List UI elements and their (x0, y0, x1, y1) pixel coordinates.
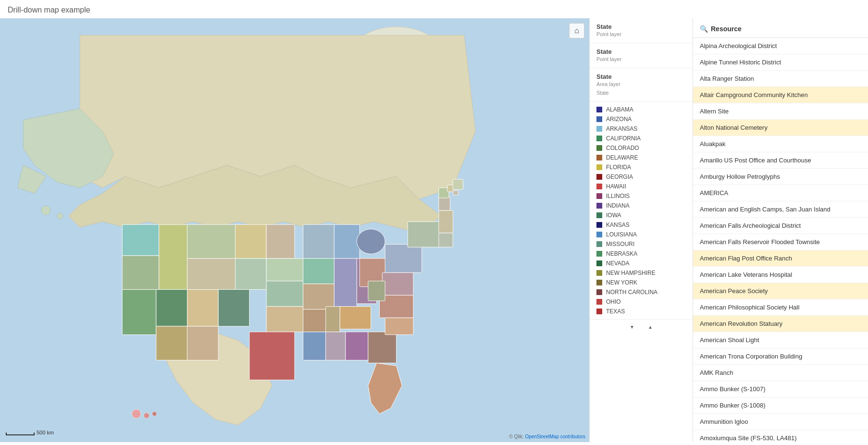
scale-label: 500 km (37, 430, 54, 435)
legend-item[interactable]: NEW HAMPSHIRE (596, 268, 686, 278)
svg-point-2 (41, 206, 50, 215)
legend-item[interactable]: FLORIDA (596, 162, 686, 172)
home-icon: ⌂ (574, 26, 579, 35)
svg-rect-21 (266, 259, 303, 281)
legend-item-label: HAWAII (606, 183, 626, 190)
legend-item[interactable]: NEVADA (596, 259, 686, 268)
resource-list-item[interactable]: American Revolution Statuary (693, 316, 868, 332)
resource-panel: 🔍 Resource Alpina Archeological District… (693, 18, 868, 442)
attribution-link[interactable]: OpenStreetMap contributors (525, 434, 585, 439)
resource-list-item[interactable]: American Trona Corporation Building (693, 348, 868, 365)
legend-item[interactable]: COLORADO (596, 143, 686, 153)
legend-item[interactable]: ARKANSAS (596, 124, 686, 134)
search-icon: 🔍 (700, 25, 708, 33)
svg-rect-34 (340, 307, 371, 329)
legend-item[interactable]: IOWA (596, 210, 686, 220)
legend-color-box (596, 203, 602, 209)
legend-color-box (596, 251, 602, 257)
home-button[interactable]: ⌂ (569, 23, 584, 38)
legend-section-1: State Point layer (590, 18, 693, 43)
resource-list-item[interactable]: American Peace Society (693, 283, 868, 299)
legend-item[interactable]: CALIFORNIA (596, 134, 686, 143)
legend-item[interactable]: HAWAII (596, 182, 686, 191)
legend-color-box (596, 280, 602, 285)
legend-item-label: TEXAS (606, 308, 625, 315)
legend-color-box (596, 193, 602, 199)
resource-list-item[interactable]: Amarillo US Post Office and Courthouse (693, 152, 868, 169)
legend-item-label: COLORADO (606, 145, 639, 151)
legend-title-1: State (596, 23, 686, 30)
resource-list-item[interactable]: Altern Site (693, 103, 868, 120)
svg-rect-39 (368, 332, 397, 363)
svg-rect-9 (159, 224, 187, 289)
svg-rect-16 (156, 289, 187, 326)
svg-rect-23 (266, 307, 303, 332)
svg-rect-19 (156, 326, 187, 360)
legend-item-label: ARIZONA (606, 116, 632, 123)
map-scale: 500 km (6, 430, 54, 435)
legend-color-box (596, 309, 602, 314)
svg-rect-35 (326, 307, 340, 332)
legend-color-box (596, 232, 602, 237)
resource-list-item[interactable]: American Falls Archeological District (693, 218, 868, 234)
resource-list-item[interactable]: Ammunition Igloo (693, 414, 868, 430)
legend-item[interactable]: NEW YORK (596, 278, 686, 287)
resource-list-item[interactable]: Altair Campground Community Kitchen (693, 87, 868, 103)
legend-item-label: OHIO (606, 298, 621, 305)
svg-rect-13 (187, 259, 236, 290)
legend-subtitle-2: Point layer (596, 56, 686, 62)
legend-item[interactable]: DELAWARE (596, 153, 686, 162)
legend-item[interactable]: LOUISIANA (596, 230, 686, 239)
legend-item-label: LOUISIANA (606, 231, 637, 238)
resource-list-item[interactable]: American Philosophical Society Hall (693, 299, 868, 316)
legend-color-box (596, 260, 602, 266)
resource-list-item[interactable]: American Flag Post Office Ranch (693, 250, 868, 267)
resource-list-item[interactable]: Amburgy Hollow Petroglyphs (693, 169, 868, 185)
legend-subtitle-1: Point layer (596, 31, 686, 37)
legend-item[interactable]: INDIANA (596, 201, 686, 210)
legend-item[interactable]: NEBRASKA (596, 249, 686, 259)
svg-rect-51 (453, 191, 459, 195)
resource-list-item[interactable]: American Shoal Light (693, 332, 868, 348)
legend-section-3: State Area layer State (590, 68, 693, 102)
legend-color-box (596, 212, 602, 218)
legend-scroll-up[interactable]: ▲ (645, 323, 656, 331)
svg-rect-36 (303, 332, 326, 360)
resource-list-item[interactable]: Amoxiumqua Site (FS-530, LA481) (693, 430, 868, 442)
svg-rect-10 (187, 224, 236, 259)
svg-rect-26 (303, 259, 335, 284)
resource-list-item[interactable]: Alta Ranger Station (693, 71, 868, 87)
legend-item[interactable]: NORTH CAROLINA (596, 287, 686, 297)
resource-list-item[interactable]: American and English Camps, San Juan Isl… (693, 201, 868, 218)
legend-item[interactable]: GEORGIA (596, 172, 686, 182)
legend-item-label: NEW HAMPSHIRE (606, 270, 656, 276)
legend-item[interactable]: KANSAS (596, 220, 686, 230)
legend-item[interactable]: MISSOURI (596, 239, 686, 249)
legend-item[interactable]: ARIZONA (596, 114, 686, 124)
legend-color-box (596, 299, 602, 305)
resource-list-item[interactable]: Aluakpak (693, 136, 868, 152)
resource-list-item[interactable]: American Falls Reservoir Flooded Townsit… (693, 234, 868, 250)
legend-scroll-down[interactable]: ▼ (627, 323, 637, 331)
resource-list-item[interactable]: AMERICA (693, 185, 868, 201)
resource-list-item[interactable]: American Lake Veterans Hospital (693, 267, 868, 283)
resource-list-item[interactable]: AMK Ranch (693, 365, 868, 381)
legend-item-label: NORTH CAROLINA (606, 289, 657, 296)
svg-point-5 (144, 413, 149, 419)
svg-rect-22 (266, 281, 303, 307)
resource-list-item[interactable]: Alton National Cemetery (693, 120, 868, 136)
svg-rect-20 (187, 326, 219, 360)
svg-rect-25 (303, 224, 335, 259)
resource-list-item[interactable]: Alpine Tunnel Historic District (693, 54, 868, 71)
legend-color-box (596, 241, 602, 247)
resource-list-item[interactable]: Ammo Bunker (S-1007) (693, 381, 868, 397)
legend-item-label: ARKANSAS (606, 125, 637, 132)
legend-item[interactable]: OHIO (596, 297, 686, 307)
legend-item[interactable]: ALABAMA (596, 105, 686, 114)
resource-list-item[interactable]: Alpina Archeological District (693, 38, 868, 54)
resource-list-item[interactable]: Ammo Bunker (S-1008) (693, 397, 868, 414)
legend-item[interactable]: ILLINOIS (596, 191, 686, 201)
legend-item[interactable]: TEXAS (596, 307, 686, 316)
legend-title-3: State (596, 73, 686, 80)
legend-item-label: CALIFORNIA (606, 135, 641, 142)
